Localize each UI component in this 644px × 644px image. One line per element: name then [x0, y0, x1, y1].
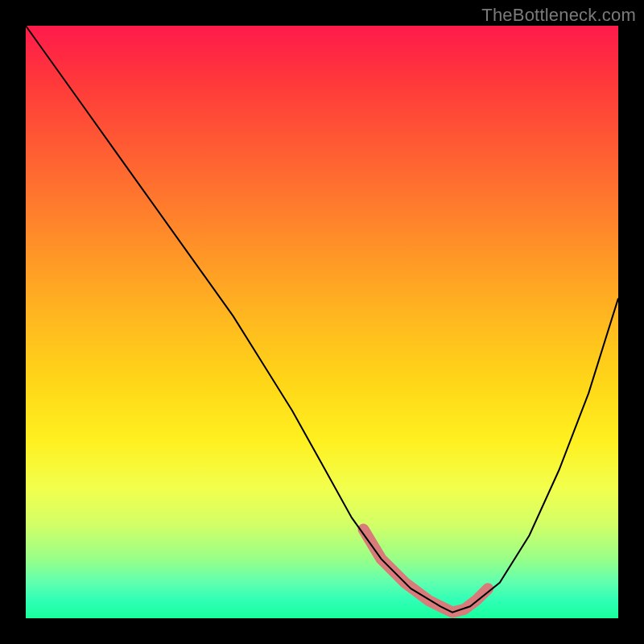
optimal-range-highlight: [364, 530, 489, 613]
chart-container: TheBottleneck.com: [0, 0, 644, 644]
bottleneck-curve: [26, 26, 618, 613]
chart-svg: [26, 26, 618, 618]
plot-area: [26, 26, 618, 618]
watermark-text: TheBottleneck.com: [481, 5, 636, 26]
